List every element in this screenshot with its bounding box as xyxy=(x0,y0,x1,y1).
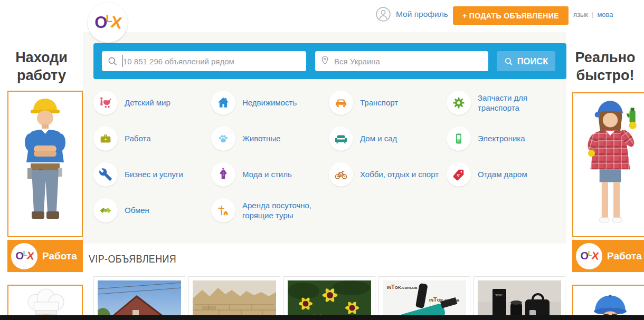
olx-logo-letter-o: O xyxy=(94,13,106,32)
category-item[interactable]: Электроника xyxy=(447,121,564,157)
dress-icon xyxy=(211,162,235,187)
category-label: Работа xyxy=(125,133,151,144)
left-promo-headline: Находи работу xyxy=(0,49,83,84)
sofa-icon xyxy=(329,127,353,151)
category-grid: Детский мирНедвижимостьТранспортЗапчасти… xyxy=(93,85,564,228)
category-item[interactable]: Хобби, отдых и спорт xyxy=(329,157,447,192)
right-promo-headline: Реально быстро! xyxy=(566,49,644,84)
gear-icon xyxy=(447,91,471,115)
search-button-label: ПОИСК xyxy=(517,56,548,66)
my-profile-link[interactable]: Мой профиль xyxy=(376,7,448,22)
category-label: Недвижимость xyxy=(242,98,297,108)
cleaning-woman-photo[interactable] xyxy=(572,92,644,237)
search-input[interactable] xyxy=(102,51,306,71)
blue-cap-worker-photo[interactable] xyxy=(572,285,644,320)
language-link-ru[interactable]: язык xyxy=(573,11,588,18)
category-item[interactable]: Дом и сад xyxy=(329,121,447,157)
banner-label: Работа xyxy=(607,250,642,262)
house-icon xyxy=(211,91,235,115)
banner-logo-letter-o: O xyxy=(16,250,23,262)
olx-rabota-banner-left[interactable]: OLX Работа xyxy=(7,240,83,272)
tag-icon: 0- xyxy=(447,162,471,187)
banner-logo-letter-l: L xyxy=(588,249,592,258)
category-item[interactable]: Мода и стиль xyxy=(211,157,329,192)
banner-logo-letter-l: L xyxy=(23,249,27,258)
category-item[interactable]: Работа xyxy=(93,121,211,157)
camera-listing-photo[interactable]: SONY xyxy=(473,276,565,320)
olx-rabota-banner-right[interactable]: OLX Работа xyxy=(572,240,644,272)
category-label: Транспорт xyxy=(360,98,398,108)
bicycle-icon xyxy=(329,162,353,187)
location-pin-icon xyxy=(320,55,330,65)
category-item[interactable]: Детский мир xyxy=(93,85,211,121)
location-input[interactable] xyxy=(315,51,488,71)
category-item[interactable]: Обмен xyxy=(93,192,211,228)
person-icon xyxy=(376,7,391,22)
handshake-icon xyxy=(93,198,118,222)
olx-logo[interactable]: OLX xyxy=(88,3,128,43)
category-label: Детский мир xyxy=(125,98,171,108)
language-separator: | xyxy=(592,11,593,18)
language-switcher: язык | мова xyxy=(573,11,613,18)
vip-section-title: VIP-ОБЪЯВЛЕНИЯ xyxy=(89,253,176,265)
category-item[interactable]: Транспорт xyxy=(329,85,447,121)
category-label: Дом и сад xyxy=(360,133,397,144)
post-ad-label: + ПОДАТЬ ОБЪЯВЛЕНИЕ xyxy=(462,12,559,20)
language-link-ua[interactable]: мова xyxy=(597,11,613,18)
banner-logo-letter-x: X xyxy=(591,249,599,262)
vip-listings-row: INTOK.com.uaINTOK.com.uaMakitaSONY xyxy=(93,276,565,320)
flowers-listing-photo[interactable] xyxy=(283,276,375,320)
phone-icon xyxy=(447,127,471,151)
bottom-edge-strip xyxy=(0,315,644,320)
svg-text:SONY: SONY xyxy=(495,294,503,297)
olx-homepage: OLX Мой профиль + ПОДАТЬ ОБЪЯВЛЕНИЕ язык… xyxy=(0,0,644,320)
category-item[interactable]: Бизнес и услуги xyxy=(93,157,211,192)
briefcase-icon xyxy=(93,127,118,151)
category-label: Электроника xyxy=(478,133,525,144)
search-icon xyxy=(107,56,118,66)
category-item[interactable]: Аренда посуточно, горящие туры xyxy=(211,192,329,228)
palm-icon xyxy=(211,198,235,222)
category-label: Обмен xyxy=(125,205,149,216)
car-icon xyxy=(329,91,353,115)
category-label: Мода и стиль xyxy=(242,169,292,180)
post-ad-button[interactable]: + ПОДАТЬ ОБЪЯВЛЕНИЕ xyxy=(453,6,569,25)
category-label: Аренда посуточно, горящие туры xyxy=(242,200,324,221)
banner-logo-letter-x: X xyxy=(26,249,34,262)
drill-listing-photo[interactable]: INTOK.com.uaINTOK.com.uaMakita xyxy=(378,276,470,320)
banner-logo-letter-o: O xyxy=(581,250,588,262)
text-cursor xyxy=(122,55,122,67)
category-item[interactable]: Запчасти для транспорта xyxy=(447,85,564,121)
stroller-icon xyxy=(93,91,118,115)
category-label: Животные xyxy=(242,133,280,144)
construction-worker-photo[interactable] xyxy=(7,91,83,237)
stone-wall-listing-photo[interactable] xyxy=(188,276,280,320)
my-profile-label: Мой профиль xyxy=(396,9,448,19)
chef-photo[interactable] xyxy=(7,285,83,320)
house-listing-photo[interactable] xyxy=(93,276,185,320)
category-item[interactable]: Недвижимость xyxy=(211,85,329,121)
category-label: Бизнес и услуги xyxy=(125,169,183,180)
category-label: Хобби, отдых и спорт xyxy=(360,169,439,180)
wrench-icon xyxy=(93,162,118,187)
search-button-icon xyxy=(504,57,513,66)
search-button[interactable]: ПОИСК xyxy=(497,51,555,71)
banner-label: Работа xyxy=(42,250,77,262)
olx-rabota-logo: OLX xyxy=(11,243,37,269)
category-label: Запчасти для транспорта xyxy=(478,93,560,113)
category-item[interactable]: 0-Отдам даром xyxy=(447,157,564,192)
category-item[interactable]: Животные xyxy=(211,121,329,157)
olx-rabota-logo: OLX xyxy=(576,243,602,269)
category-label: Отдам даром xyxy=(478,169,527,180)
paw-icon xyxy=(211,127,235,151)
